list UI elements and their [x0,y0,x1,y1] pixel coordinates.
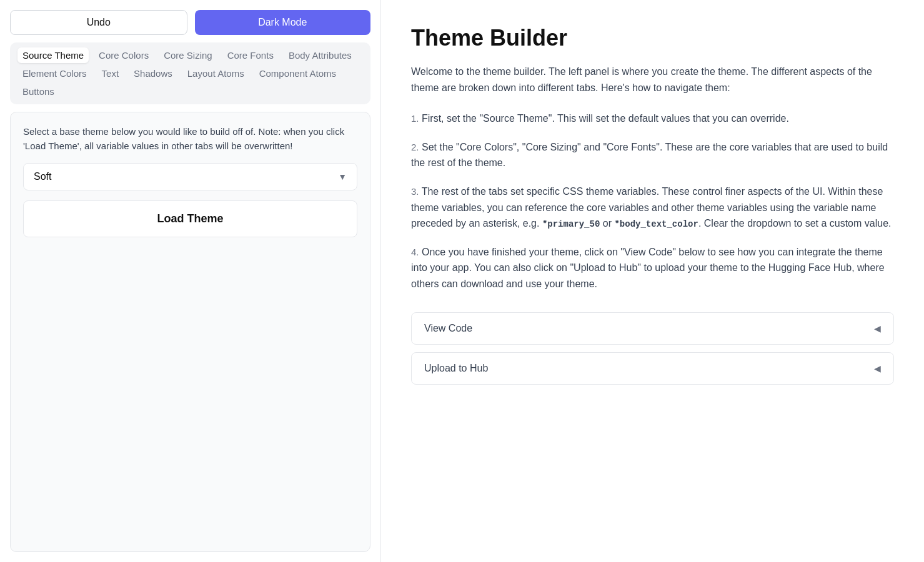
dropdown-value: Soft [34,171,51,182]
chevron-left-icon-2: ◀ [874,363,881,373]
tabs-container: Source Theme Core Colors Core Sizing Cor… [10,42,370,104]
top-buttons: Undo Dark Mode [10,10,370,35]
upload-hub-label: Upload to Hub [424,363,488,374]
step-4: 4. Once you have finished your theme, cl… [411,244,894,292]
tab-core-sizing[interactable]: Core Sizing [159,47,217,63]
tab-layout-atoms[interactable]: Layout Atoms [182,66,249,81]
tab-core-fonts[interactable]: Core Fonts [222,47,279,63]
step-3-text-after: . Clear the dropdown to set a custom val… [698,218,892,229]
view-code-label: View Code [424,323,472,334]
tab-text[interactable]: Text [97,66,124,81]
step-1-text: First, set the "Source Theme". This will… [422,113,789,124]
tab-shadows[interactable]: Shadows [129,66,177,81]
step-list: 1. First, set the "Source Theme". This w… [411,111,894,292]
step-3: 3. The rest of the tabs set specific CSS… [411,184,894,232]
tab-source-theme[interactable]: Source Theme [17,47,89,63]
step-4-text: Once you have finished your theme, click… [411,247,885,289]
theme-dropdown[interactable]: Soft ▼ [23,163,357,190]
load-theme-button[interactable]: Load Theme [23,200,357,237]
tab-core-colors[interactable]: Core Colors [94,47,154,63]
dark-mode-button[interactable]: Dark Mode [195,10,371,35]
step-3-code2: *body_text_color [614,219,698,229]
step-3-number: 3. [411,186,419,197]
tab-body-attributes[interactable]: Body Attributes [284,47,357,63]
step-1-number: 1. [411,113,419,124]
page-title: Theme Builder [411,25,894,51]
step-2-text: Set the "Core Colors", "Core Sizing" and… [411,142,888,169]
upload-hub-section: Upload to Hub ◀ [411,352,894,385]
step-3-code1: *primary_50 [542,219,600,229]
source-theme-content: Select a base theme below you would like… [10,112,370,552]
undo-button[interactable]: Undo [10,10,187,35]
tab-buttons[interactable]: Buttons [17,84,59,99]
view-code-section: View Code ◀ [411,312,894,345]
step-2: 2. Set the "Core Colors", "Core Sizing" … [411,139,894,171]
view-code-header[interactable]: View Code ◀ [412,313,893,344]
left-panel: Undo Dark Mode Source Theme Core Colors … [0,0,381,562]
chevron-down-icon: ▼ [338,172,347,182]
source-theme-description: Select a base theme below you would like… [23,125,357,153]
tab-component-atoms[interactable]: Component Atoms [254,66,341,81]
right-panel: Theme Builder Welcome to the theme build… [381,0,924,562]
step-3-text-middle: or [600,218,614,229]
tab-element-colors[interactable]: Element Colors [17,66,92,81]
chevron-left-icon: ◀ [874,323,881,333]
upload-hub-header[interactable]: Upload to Hub ◀ [412,353,893,384]
step-1: 1. First, set the "Source Theme". This w… [411,111,894,127]
intro-text: Welcome to the theme builder. The left p… [411,64,894,96]
step-2-number: 2. [411,142,419,152]
step-4-number: 4. [411,247,419,257]
